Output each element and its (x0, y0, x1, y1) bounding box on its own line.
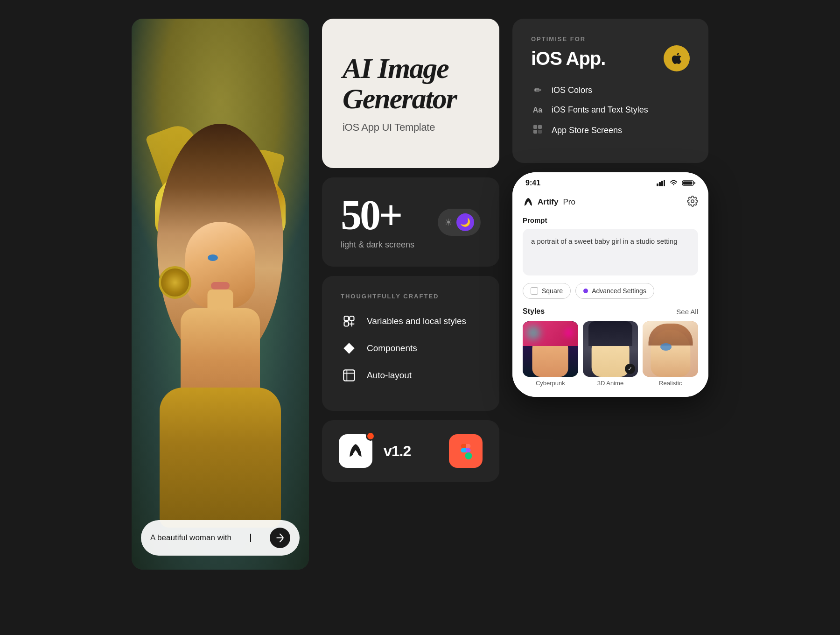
variables-icon (341, 313, 357, 330)
square-option[interactable]: Square (523, 283, 571, 299)
ios-panel: OPTIMISE FOR iOS App. ✏ iOS Colors Aa iO… (512, 19, 708, 163)
svg-marker-3 (343, 343, 354, 353)
woman-silhouette (150, 173, 290, 528)
svg-rect-11 (659, 182, 661, 186)
svg-rect-2 (344, 322, 349, 326)
status-icons (657, 180, 695, 186)
svg-rect-8 (533, 130, 537, 134)
features-card: THOUGHTFULLY CRAFTED Variables and local… (322, 276, 499, 411)
prompt-section: Prompt a portrait of a sweet baby girl i… (523, 216, 698, 275)
phone-content: Artify Pro Prompt a portrait of a swee (512, 192, 708, 397)
optimise-label: OPTIMISE FOR (531, 35, 690, 42)
svg-rect-13 (664, 180, 665, 186)
svg-rect-12 (661, 181, 663, 186)
feature-text-variables: Variables and local styles (367, 316, 466, 326)
text-icon: Aa (531, 106, 544, 114)
see-all-button[interactable]: See All (676, 308, 698, 316)
pencil-icon: ✏ (531, 85, 544, 96)
gear-button[interactable] (687, 196, 698, 209)
artify-nav-logo (523, 197, 534, 208)
artify-logo (339, 434, 372, 468)
style-thumb-realistic (643, 321, 698, 377)
cursor (250, 534, 251, 542)
moon-icon[interactable]: 🌙 (456, 213, 474, 231)
cyberpunk-label: Cyberpunk (523, 380, 578, 387)
send-icon (275, 533, 285, 543)
svg-rect-4 (343, 370, 354, 381)
woman-eye (208, 254, 218, 261)
phone-nav: Artify Pro (523, 192, 698, 216)
svg-rect-15 (683, 182, 693, 185)
style-item-realistic[interactable]: Realistic (643, 321, 698, 387)
svg-rect-9 (538, 130, 542, 134)
battery-icon (682, 180, 695, 186)
woman-dress (160, 388, 281, 528)
svg-rect-10 (657, 183, 658, 186)
sun-icon: ☀ (444, 217, 453, 228)
ios-feature-text-colors: iOS Colors (552, 85, 592, 95)
feature-autolayout: Auto-layout (341, 367, 481, 384)
ios-feature-text-appstore: App Store Screens (552, 126, 622, 135)
artify-pro-label: Pro (563, 198, 575, 207)
advanced-settings-option[interactable]: Advanced Settings (575, 283, 654, 299)
stats-number: 50+ (341, 194, 414, 236)
prompt-input-text: a portrait of a sweet baby girl in a stu… (531, 236, 690, 247)
woman-lips (211, 282, 230, 289)
styles-grid: Cyberpunk ✓ 3D Anime (523, 321, 698, 387)
svg-point-16 (691, 200, 694, 203)
feature-text-autolayout: Auto-layout (367, 370, 412, 381)
style-thumb-anime: ✓ (583, 321, 638, 377)
ios-header: iOS App. (531, 45, 690, 71)
version-number: v1.2 (384, 443, 411, 460)
feature-text-components: Components (367, 343, 417, 353)
prompt-label: Prompt (523, 216, 698, 224)
square-checkbox[interactable] (531, 287, 538, 295)
figma-logo (449, 434, 483, 468)
features-label: THOUGHTFULLY CRAFTED (341, 293, 481, 300)
feature-variables: Variables and local styles (341, 313, 481, 330)
advanced-label: Advanced Settings (592, 287, 646, 295)
components-icon (341, 340, 357, 357)
prompt-input-area[interactable]: a portrait of a sweet baby girl in a stu… (523, 229, 698, 275)
svg-point-5 (465, 452, 472, 459)
app-title: AI Image Generator (343, 53, 479, 114)
square-label: Square (542, 287, 563, 295)
feature-components: Components (341, 340, 481, 357)
realistic-label: Realistic (643, 380, 698, 387)
artify-brand: Artify Pro (523, 197, 575, 208)
main-container: A beautiful woman with AI Image Generato… (0, 0, 840, 635)
artify-name: Artify (538, 198, 558, 207)
style-thumb-cyberpunk (523, 321, 578, 377)
ios-feature-fonts: Aa iOS Fonts and Text Styles (531, 105, 690, 115)
ios-feature-text-fonts: iOS Fonts and Text Styles (552, 105, 648, 115)
middle-column: AI Image Generator iOS App UI Template 5… (322, 19, 499, 482)
artify-icon (346, 441, 365, 461)
svg-rect-6 (533, 125, 537, 129)
anime-label: 3D Anime (583, 380, 638, 387)
hero-send-button[interactable] (270, 528, 290, 548)
headphones (159, 266, 191, 299)
phone-options: Square Advanced Settings (523, 283, 698, 299)
svg-rect-0 (344, 317, 349, 321)
svg-rect-7 (538, 125, 542, 129)
signal-icon (657, 180, 665, 186)
hero-prompt-bar[interactable]: A beautiful woman with (141, 520, 300, 556)
stats-label: light & dark screens (341, 240, 414, 250)
hero-prompt-text: A beautiful woman with (150, 533, 231, 543)
status-bar: 9:41 (512, 172, 708, 192)
title-card: AI Image Generator iOS App UI Template (322, 19, 499, 168)
ios-feature-colors: ✏ iOS Colors (531, 85, 690, 96)
gear-icon (687, 196, 698, 207)
hero-panel: A beautiful woman with (132, 19, 309, 570)
style-item-anime[interactable]: ✓ 3D Anime (583, 321, 638, 387)
svg-rect-1 (350, 317, 354, 321)
styles-section: Styles See All (523, 307, 698, 387)
styles-title: Styles (523, 307, 545, 316)
purple-dot-icon (583, 289, 588, 293)
wifi-icon (670, 180, 678, 186)
style-item-cyberpunk[interactable]: Cyberpunk (523, 321, 578, 387)
anime-selected-icon: ✓ (625, 364, 635, 374)
theme-toggle[interactable]: ☀ 🌙 (438, 209, 481, 236)
bottom-bar: v1.2 (322, 420, 499, 482)
autolayout-icon (341, 367, 357, 384)
